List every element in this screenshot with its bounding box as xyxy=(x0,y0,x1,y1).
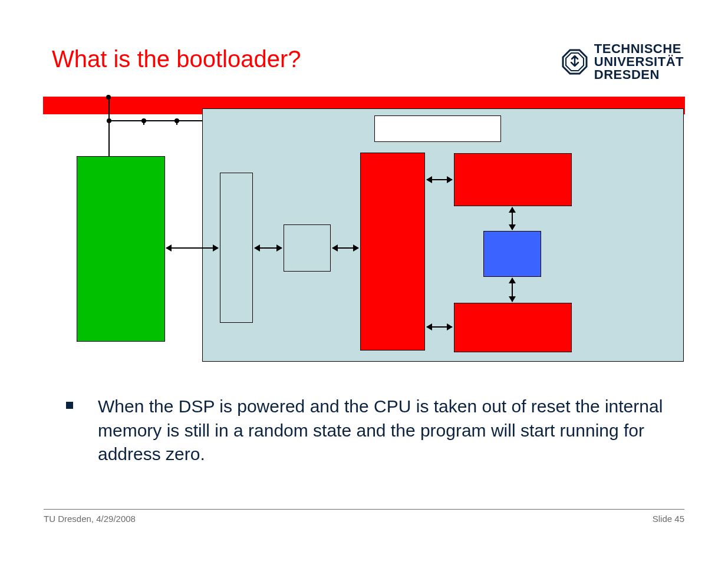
arrow-square-to-tallred xyxy=(332,247,358,249)
block-external-green xyxy=(77,156,165,342)
tud-octagon-icon xyxy=(561,48,588,75)
bullet-square-icon xyxy=(66,402,73,409)
slide: What is the bootloader? TECHNISCHE UNIVE… xyxy=(0,0,728,562)
diagram-background xyxy=(202,108,684,362)
logo-text: TECHNISCHE UNIVERSITÄT DRESDEN xyxy=(594,42,684,81)
footer-separator xyxy=(44,509,684,510)
university-logo: TECHNISCHE UNIVERSITÄT DRESDEN xyxy=(561,42,684,81)
arrow-narrow-to-square xyxy=(255,247,282,249)
block-upper-red xyxy=(454,153,572,206)
logo-line2: UNIVERSITÄT xyxy=(594,55,684,68)
block-blue xyxy=(483,231,541,277)
wire-horizontal-branch xyxy=(108,120,203,121)
arrow-upperred-to-blue xyxy=(512,207,513,230)
bullet-list: When the DSP is powered and the CPU is t… xyxy=(66,395,675,467)
arrow-blue-to-lowerred xyxy=(512,278,513,302)
wire-dot-branch xyxy=(107,118,111,123)
footer-right: Slide 45 xyxy=(653,514,684,524)
arrow-tallred-to-upperred xyxy=(427,179,452,180)
bullet-text: When the DSP is powered and the CPU is t… xyxy=(98,395,675,467)
block-square-clear xyxy=(284,224,331,272)
block-label-white xyxy=(374,115,501,142)
block-narrow-clear xyxy=(220,173,253,323)
wire-drop2 xyxy=(176,120,177,125)
arrow-green-to-narrow xyxy=(166,247,218,249)
footer-left: TU Dresden, 4/29/2008 xyxy=(44,514,136,524)
block-tall-red xyxy=(360,153,425,351)
wire-drop1 xyxy=(143,120,144,125)
bullet-item: When the DSP is powered and the CPU is t… xyxy=(66,395,675,467)
logo-line3: DRESDEN xyxy=(594,68,684,81)
arrow-tallred-to-lowerred xyxy=(427,326,452,328)
block-lower-red xyxy=(454,303,572,352)
wire-dot-top xyxy=(106,95,111,100)
slide-title: What is the bootloader? xyxy=(52,46,301,72)
logo-line1: TECHNISCHE xyxy=(594,42,684,55)
